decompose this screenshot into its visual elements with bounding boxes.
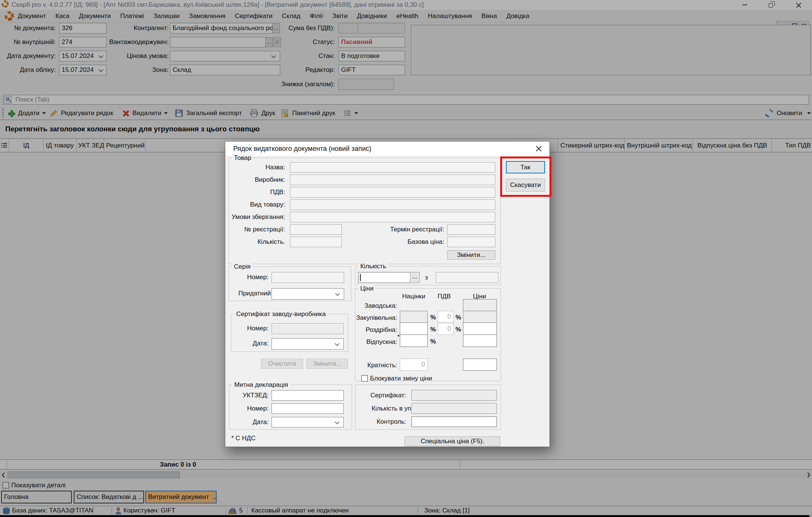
- series-number-field[interactable]: [272, 272, 344, 283]
- purchase-markup-field: [400, 311, 428, 323]
- series-valid-label: Придатний: [229, 288, 271, 299]
- quantity-dot-field[interactable]: [290, 237, 342, 247]
- qty-in-pack-label: Кількість в уп: [357, 403, 411, 414]
- series-number-label: Номер:: [229, 272, 269, 283]
- special-price-button[interactable]: Спеціальна ціна (F5).: [405, 436, 500, 446]
- product-group-title: Товар: [232, 154, 253, 162]
- customs-number-field[interactable]: [272, 403, 344, 414]
- prices-group-title: Ціни: [358, 285, 375, 292]
- text-caret: [360, 274, 361, 281]
- producer-label: Виробник:: [229, 175, 285, 185]
- selling-price-label: Відпускна:: [353, 336, 397, 348]
- product-kind-field[interactable]: [290, 199, 495, 210]
- uktzed-field[interactable]: [272, 390, 344, 401]
- selling-markup-field[interactable]: [400, 335, 428, 347]
- quantity-of-label: з: [423, 272, 430, 283]
- vat-field[interactable]: [290, 187, 495, 198]
- series-group-title: Серія: [232, 263, 252, 271]
- percent-sign: %: [430, 326, 436, 333]
- customs-group-title: Митна декларація: [232, 381, 290, 389]
- clear-button[interactable]: Очистити: [261, 359, 303, 369]
- purchase-price-label: Закупівельна:: [353, 312, 397, 324]
- product-name-field[interactable]: [290, 162, 495, 173]
- annotation-red-rectangle: [500, 157, 551, 197]
- quantity-total-field: [436, 272, 498, 283]
- purchase-price-field: [463, 311, 497, 323]
- series-valid-combobox[interactable]: [272, 288, 344, 300]
- multiplicity-label: Кратність:: [353, 359, 397, 371]
- customs-date-label: Дата:: [229, 417, 269, 427]
- uktzed-label: УКТЗЕД:: [229, 390, 269, 401]
- storage-conditions-label: Умови зберігання:: [229, 212, 285, 222]
- dialog-close-icon[interactable]: [535, 145, 542, 152]
- reg-no-field[interactable]: [290, 224, 342, 235]
- vat-footnote: * С НДС: [231, 435, 255, 442]
- dialog-title-bar: Рядок видаткового документа (новий запис…: [225, 141, 549, 156]
- factory-cert-change-button[interactable]: Змінити...: [307, 359, 348, 369]
- retail-vat-field: 0: [438, 323, 454, 335]
- dialog-title: Рядок видаткового документа (новий запис…: [233, 141, 372, 156]
- factory-cert-group-title: Сертифікат заводу-виробника: [234, 310, 328, 318]
- customs-date-combobox[interactable]: [272, 417, 344, 427]
- reg-term-label: Термін реєстрації:: [338, 224, 444, 235]
- factory-price-label: Заводська:: [353, 300, 397, 312]
- quantity-field[interactable]: [358, 272, 410, 283]
- col-markup-label: Націнки: [400, 292, 428, 301]
- retail-price-field[interactable]: [463, 322, 497, 335]
- retail-price-label: Роздрібна:: [353, 324, 397, 336]
- retail-markup-field[interactable]: [400, 322, 428, 335]
- product-kind-label: Вид товару:: [229, 199, 285, 210]
- quantity-browse-button[interactable]: ...: [410, 272, 420, 283]
- producer-field[interactable]: [290, 175, 495, 185]
- product-group: Товар: [229, 158, 501, 264]
- vat-label: ПДВ:: [229, 187, 285, 198]
- percent-sign: %: [455, 326, 461, 333]
- control-label: Контроль:: [357, 417, 406, 427]
- selling-asterisk: *: [397, 333, 400, 341]
- reg-term-field[interactable]: [447, 224, 495, 235]
- factory-cert-date-label: Дата:: [231, 338, 269, 349]
- chevron-down-icon: [335, 420, 340, 424]
- quantity-dot-label: Кількість.: [229, 237, 285, 247]
- percent-sign: %: [430, 338, 436, 345]
- control-field[interactable]: [411, 417, 497, 427]
- chevron-down-icon: [335, 341, 340, 346]
- lock-price-label: Блокувати зміну ціни: [370, 375, 432, 382]
- base-price-field[interactable]: [447, 237, 495, 247]
- selling-price-field[interactable]: [463, 335, 497, 347]
- product-name-label: Назва:: [229, 162, 285, 173]
- qty-in-pack-field: [411, 403, 497, 414]
- chevron-down-icon: [335, 291, 340, 296]
- product-change-button[interactable]: Змінити...: [447, 250, 495, 260]
- screen: Скарб pro v. 4.0.2.77 [ІД: 969] - [Апт №…: [0, 0, 812, 517]
- reg-no-label: № реєстрації:: [229, 224, 285, 235]
- certificate-label: Сертифікат:: [357, 390, 406, 401]
- customs-number-label: Номер:: [229, 403, 269, 414]
- base-price-label: Базова ціна:: [338, 237, 444, 247]
- multiplicity-field: 0: [400, 359, 428, 371]
- storage-conditions-field[interactable]: [290, 212, 495, 222]
- certificate-field: [411, 390, 497, 401]
- factory-cert-date-combobox[interactable]: [272, 338, 344, 350]
- purchase-vat-field: 0: [438, 311, 454, 323]
- col-vat-label: ПДВ: [428, 292, 461, 301]
- percent-sign: %: [430, 314, 436, 321]
- factory-price-field: [463, 299, 497, 311]
- percent-sign: %: [455, 314, 461, 321]
- quantity-group-title: Кількість: [358, 263, 388, 270]
- factory-cert-number-field: [272, 323, 344, 334]
- factory-cert-number-label: Номер:: [231, 323, 269, 334]
- lock-price-checkbox[interactable]: [361, 375, 368, 382]
- multiplicity-price-field[interactable]: [463, 359, 497, 371]
